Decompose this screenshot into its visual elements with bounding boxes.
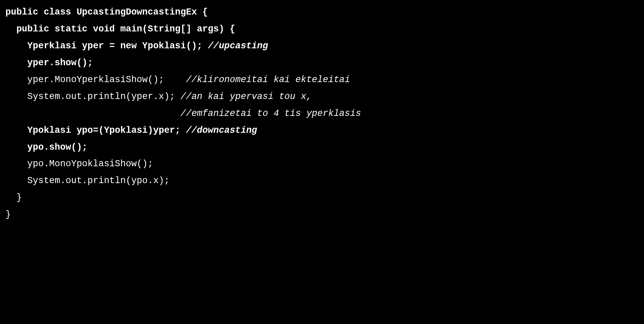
line-5a: yper.MonoYperklasiShow(); [5, 75, 186, 85]
line-3-comment: //upcasting [208, 41, 268, 51]
line-8a: Ypoklasi ypo=(Ypoklasi)yper; [5, 125, 186, 135]
line-11: System.out.println(ypo.x); [5, 176, 170, 186]
line-6a: System.out.println(yper.x); [5, 92, 180, 102]
line-5-comment: //klironomeitai kai ekteleitai [186, 75, 350, 85]
line-1: public class UpcastingDowncastingEx { [5, 7, 208, 17]
line-4: yper.show(); [5, 58, 93, 68]
line-7-pad [5, 108, 180, 119]
line-7-comment: //emfanizetai to 4 tis yperklasis [180, 108, 361, 119]
line-2: public static void main(String[] args) { [5, 24, 235, 34]
line-12: } [5, 193, 22, 203]
line-8-comment: //downcasting [186, 125, 257, 135]
line-6-comment: //an kai ypervasi tou x, [180, 92, 312, 102]
line-13: } [5, 209, 11, 220]
line-3a: Yperklasi yper = new Ypoklasi(); [5, 41, 208, 51]
line-9: ypo.show(); [5, 142, 87, 152]
code-block: public class UpcastingDowncastingEx { pu… [5, 4, 639, 223]
line-10: ypo.MonoYpoklasiShow(); [5, 159, 153, 169]
